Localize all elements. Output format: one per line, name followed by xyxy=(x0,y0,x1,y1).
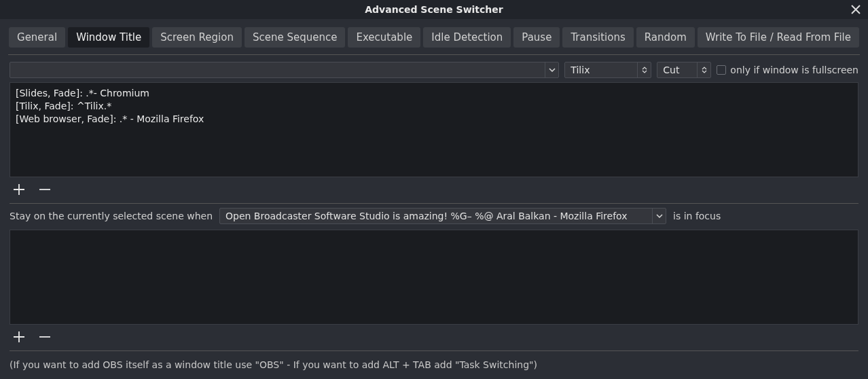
tab-executable[interactable]: Executable xyxy=(348,27,420,48)
fullscreen-checkbox-wrap: only if window is fullscreen xyxy=(717,65,858,75)
stay-window-select[interactable]: Open Broadcaster Software Studio is amaz… xyxy=(219,208,666,224)
tab-window-title[interactable]: Window Title xyxy=(68,27,149,48)
stay-suffix-label: is in focus xyxy=(673,211,721,221)
divider xyxy=(10,203,858,204)
plus-icon xyxy=(12,183,26,196)
tab-transitions[interactable]: Transitions xyxy=(562,27,633,48)
hint-text: (If you want to add OBS itself as a wind… xyxy=(10,357,858,370)
close-button[interactable] xyxy=(848,1,864,18)
stay-window-value: Open Broadcaster Software Studio is amaz… xyxy=(220,211,652,221)
scene-select[interactable]: Tilix xyxy=(564,62,651,78)
list-item[interactable]: [Web browser, Fade]: .* - Mozilla Firefo… xyxy=(16,113,852,126)
updown-icon xyxy=(637,62,651,77)
tab-pause[interactable]: Pause xyxy=(513,27,560,48)
list-item[interactable]: [Tilix, Fade]: ^Tilix.* xyxy=(16,100,852,113)
chevron-down-icon xyxy=(652,209,666,223)
scene-select-value: Tilix xyxy=(565,65,637,75)
stay-row: Stay on the currently selected scene whe… xyxy=(10,208,858,224)
rules-list[interactable]: [Slides, Fade]: .*- Chromium [Tilix, Fad… xyxy=(10,82,858,177)
remove-stay-button[interactable] xyxy=(38,330,52,344)
rules-buttons xyxy=(10,177,858,203)
tab-bar: General Window Title Screen Region Scene… xyxy=(0,19,868,54)
add-rule-button[interactable] xyxy=(12,183,26,196)
stay-prefix-label: Stay on the currently selected scene whe… xyxy=(10,211,213,221)
tab-general[interactable]: General xyxy=(9,27,65,48)
remove-rule-button[interactable] xyxy=(38,183,52,196)
titlebar: Advanced Scene Switcher xyxy=(0,0,868,19)
tab-write-read-file[interactable]: Write To File / Read From File xyxy=(698,27,859,48)
divider xyxy=(10,350,858,351)
transition-select[interactable]: Cut xyxy=(657,62,711,78)
tab-scene-sequence[interactable]: Scene Sequence xyxy=(245,27,346,48)
window-select[interactable] xyxy=(10,62,559,78)
tab-idle-detection[interactable]: Idle Detection xyxy=(423,27,511,48)
chevron-down-icon xyxy=(545,62,558,77)
fullscreen-label: only if window is fullscreen xyxy=(730,65,858,75)
stay-buttons xyxy=(10,325,858,350)
window-title: Advanced Scene Switcher xyxy=(365,4,503,15)
tab-random[interactable]: Random xyxy=(636,27,695,48)
fullscreen-checkbox[interactable] xyxy=(717,65,726,75)
minus-icon xyxy=(38,330,52,344)
tab-content: Tilix Cut only if window is fullscreen [… xyxy=(0,55,868,379)
updown-icon xyxy=(697,62,710,77)
controls-row: Tilix Cut only if window is fullscreen xyxy=(10,62,858,78)
plus-icon xyxy=(12,330,26,344)
stay-list[interactable] xyxy=(10,230,858,325)
add-stay-button[interactable] xyxy=(12,330,26,344)
tab-screen-region[interactable]: Screen Region xyxy=(152,27,242,48)
list-item[interactable]: [Slides, Fade]: .*- Chromium xyxy=(16,87,852,100)
close-icon xyxy=(851,5,861,14)
transition-select-value: Cut xyxy=(657,65,697,75)
minus-icon xyxy=(38,183,52,196)
